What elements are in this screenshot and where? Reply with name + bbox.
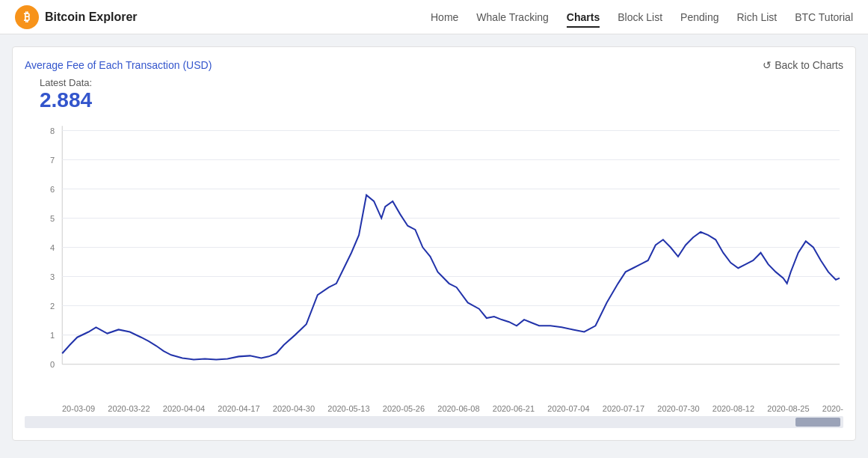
svg-text:5: 5 xyxy=(50,214,55,223)
nav-link-charts[interactable]: Charts xyxy=(567,8,600,28)
nav-link-btc-tutorial[interactable]: BTC Tutorial xyxy=(795,8,853,26)
svg-text:7: 7 xyxy=(50,155,55,164)
svg-text:1: 1 xyxy=(50,331,55,340)
chart-scrollbar[interactable] xyxy=(25,416,843,428)
latest-data-section: Latest Data: 2.884 xyxy=(25,77,843,112)
svg-text:8: 8 xyxy=(50,126,55,135)
latest-data-value: 2.884 xyxy=(40,88,843,112)
svg-text:4: 4 xyxy=(50,243,55,252)
svg-text:6: 6 xyxy=(50,184,55,193)
site-logo[interactable]: ₿ Bitcoin Explorer xyxy=(15,5,138,29)
chart-currency: (USD) xyxy=(182,59,212,71)
nav-link-block-list[interactable]: Block List xyxy=(618,8,662,26)
svg-text:2: 2 xyxy=(50,302,55,311)
chart-area: 0 1 2 3 4 5 6 7 8 xyxy=(25,118,843,403)
main-content: Average Fee of Each Transaction (USD) ↺ … xyxy=(0,34,868,453)
back-to-charts-button[interactable]: ↺ Back to Charts xyxy=(763,59,843,71)
chart-header: Average Fee of Each Transaction (USD) ↺ … xyxy=(25,59,843,71)
chart-title-text: Average Fee of Each Transaction xyxy=(25,59,182,71)
navbar: ₿ Bitcoin Explorer HomeWhale TrackingCha… xyxy=(0,0,868,34)
nav-link-whale-tracking[interactable]: Whale Tracking xyxy=(476,8,548,26)
back-icon: ↺ xyxy=(763,59,772,71)
svg-text:3: 3 xyxy=(50,272,55,281)
scrollbar-thumb[interactable] xyxy=(795,418,840,427)
logo-icon: ₿ xyxy=(15,5,39,29)
x-axis-labels: 20-03-09 2020-03-22 2020-04-04 2020-04-1… xyxy=(25,404,843,413)
chart-card: Average Fee of Each Transaction (USD) ↺ … xyxy=(12,46,856,441)
site-title: Bitcoin Explorer xyxy=(45,10,138,24)
nav-link-pending[interactable]: Pending xyxy=(680,8,718,26)
svg-text:0: 0 xyxy=(50,360,55,369)
nav-link-home[interactable]: Home xyxy=(431,8,458,26)
latest-data-label: Latest Data: xyxy=(40,77,843,88)
nav-link-rich-list[interactable]: Rich List xyxy=(737,8,778,26)
nav-links: HomeWhale TrackingChartsBlock ListPendin… xyxy=(431,11,853,23)
chart-title: Average Fee of Each Transaction (USD) xyxy=(25,59,212,71)
back-button-label: Back to Charts xyxy=(775,59,843,71)
chart-svg: 0 1 2 3 4 5 6 7 8 xyxy=(25,118,843,403)
